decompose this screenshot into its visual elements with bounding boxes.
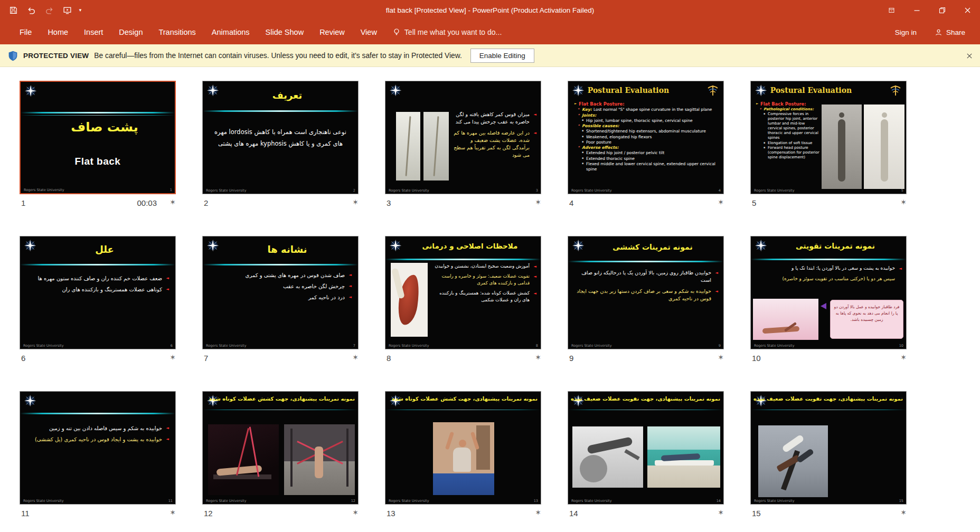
bullet: در این عارضه فاصله بین مهره ها کم شده، ع… xyxy=(453,129,536,159)
qat-customize-caret-icon[interactable]: ▾ xyxy=(76,7,84,13)
frame-shape xyxy=(346,429,348,487)
slide-cell-9: نمونه تمرینات کششی خوابیدن طاقباز روی زم… xyxy=(568,236,724,366)
starburst-icon xyxy=(24,84,40,100)
figure-standing xyxy=(315,446,323,478)
animation-star-icon[interactable] xyxy=(169,198,176,206)
teal-divider xyxy=(385,410,541,410)
share-person-icon xyxy=(935,28,943,36)
slide-thumbnail-13[interactable]: نمونه تمرینات پیشنهادی، جهت کشش عضلات کو… xyxy=(385,391,541,505)
animation-star-icon[interactable] xyxy=(169,508,176,517)
slide-title: نمونه تمرینات کششی xyxy=(586,243,719,251)
tell-me-box[interactable]: Tell me what you want to do... xyxy=(392,28,502,36)
animation-star-icon[interactable] xyxy=(900,508,907,517)
photo-center xyxy=(433,422,494,495)
ribbon-display-options-icon[interactable] xyxy=(879,0,904,20)
slide-thumbnail-8[interactable]: ملاحظات اصلاحی و درمانی آموزش وضعیت صحیح… xyxy=(385,236,541,349)
slide-thumbnail-2[interactable]: تعریف نوعی ناهنجاری است همراه با کاهش lo… xyxy=(202,81,359,194)
bullet-list: ضعف عضلات خم کننده ران و صاف کننده ستون … xyxy=(26,274,169,297)
close-icon[interactable] xyxy=(955,0,980,20)
share-button[interactable]: Share xyxy=(928,28,972,36)
tab-file[interactable]: File xyxy=(12,20,40,44)
animation-star-icon[interactable] xyxy=(352,353,359,362)
redo-icon[interactable] xyxy=(40,0,58,20)
animation-star-icon[interactable] xyxy=(718,198,724,206)
tab-design[interactable]: Design xyxy=(111,20,150,44)
minimize-icon[interactable] xyxy=(904,0,929,20)
slide-caption: 1 00:03 xyxy=(20,194,176,211)
save-icon[interactable] xyxy=(4,0,22,20)
tab-transitions[interactable]: Transitions xyxy=(150,20,203,44)
teal-divider xyxy=(568,261,723,262)
bullet: درد در ناحیه کمر xyxy=(209,293,352,301)
bullet: صاف شدن قوس در مهره های پشتی و کمری xyxy=(209,271,352,279)
body-label: Adverse effects: xyxy=(574,145,721,150)
animation-star-icon[interactable] xyxy=(169,353,176,362)
tab-animations[interactable]: Animations xyxy=(204,20,258,44)
animation-star-icon[interactable] xyxy=(352,198,359,206)
slide-cell-13: نمونه تمرینات پیشنهادی، جهت کشش عضلات کو… xyxy=(385,391,541,521)
enable-editing-button[interactable]: Enable Editing xyxy=(470,49,534,63)
bullet-list: خوابیده به شکم و سپس فاصله دادن بین تنه … xyxy=(26,424,169,446)
slide-thumbnail-11[interactable]: خوابیده به شکم و سپس فاصله دادن بین تنه … xyxy=(20,391,176,505)
slide-thumbnail-7[interactable]: نشانه ها صاف شدن قوس در مهره های پشتی و … xyxy=(202,236,359,349)
dismiss-bar-close-icon[interactable] xyxy=(966,44,973,67)
slide-subtitle: Flat back xyxy=(21,156,175,167)
slide-title: Postural Evaluation xyxy=(765,86,858,94)
animation-star-icon[interactable] xyxy=(718,508,724,517)
animation-star-icon[interactable] xyxy=(535,198,541,206)
slide-thumbnail-12[interactable]: نمونه تمرینات پیشنهادی، جهت کشش عضلات کو… xyxy=(202,391,359,505)
tab-view[interactable]: View xyxy=(353,20,385,44)
footer-page-number: 9 xyxy=(719,344,721,348)
slide-footer: Rogers State University 11 xyxy=(23,499,173,503)
slide-index-label: 12 xyxy=(204,509,213,518)
tab-review[interactable]: Review xyxy=(312,20,353,44)
bullet: خوابیده به شکم و سعی بر صاف کردن دستها ز… xyxy=(573,288,718,303)
slide-index-label: 2 xyxy=(204,198,208,207)
restore-icon[interactable] xyxy=(929,0,955,20)
teal-divider xyxy=(568,410,723,410)
undo-icon[interactable] xyxy=(22,0,40,20)
slide-thumbnail-6[interactable]: علل ضعف عضلات خم کننده ران و صاف کننده س… xyxy=(20,236,176,349)
bullet: تقویت عضلات ضعیف: سوئز و خاصره و راست قد… xyxy=(431,273,536,287)
slide-thumbnail-14[interactable]: نمونه تمرینات پیشنهادی، جهت تقویت عضلات … xyxy=(568,391,724,505)
slide-thumbnail-3[interactable]: میزان قوس کمر کاهش یافته و لگن خاصره به … xyxy=(385,81,541,194)
slide-thumbnail-5[interactable]: Postural Evaluation Flat Back Posture: P… xyxy=(750,81,907,194)
tab-slide-show[interactable]: Slide Show xyxy=(258,20,312,44)
slide-footer: Rogers State University 8 xyxy=(389,344,538,348)
slide-thumbnail-10[interactable]: نمونه تمرینات تقویتی خوابیده به پشت و سع… xyxy=(750,236,907,349)
animation-star-icon[interactable] xyxy=(352,508,359,517)
slide-thumbnail-1[interactable]: پشت صاف Flat back Rogers State Universit… xyxy=(20,81,176,194)
slide-thumbnail-4[interactable]: Postural Evaluation Flat Back Posture: K… xyxy=(568,81,724,194)
footer-text: Rogers State University xyxy=(571,344,612,348)
body-item: Forward head posture (compensation for p… xyxy=(756,146,819,160)
tab-insert[interactable]: Insert xyxy=(76,20,111,44)
sign-in-link[interactable]: Sign in xyxy=(887,28,925,36)
slide-footer: Rogers State University 13 xyxy=(389,499,538,503)
animation-star-icon[interactable] xyxy=(718,353,724,362)
tab-home[interactable]: Home xyxy=(40,20,76,44)
bullet: میزان قوس کمر کاهش یافته و لگن خاصره به … xyxy=(453,111,536,126)
animation-star-icon[interactable] xyxy=(900,198,907,206)
slide-body: نوعی ناهنجاری است همراه با کاهش lordosis… xyxy=(210,127,351,150)
photo-right xyxy=(284,424,355,495)
slide-thumbnail-15[interactable]: نمونه تمرینات پیشنهادی، جهت تقویت عضلات … xyxy=(750,391,907,505)
slide-thumbnail-9[interactable]: نمونه تمرینات کششی خوابیدن طاقباز روی زم… xyxy=(568,236,724,349)
animation-star-icon[interactable] xyxy=(900,353,907,362)
body-item: Weakened, elongated hip flexors xyxy=(574,135,721,140)
protected-view-bar: PROTECTED VIEW Be careful—files from the… xyxy=(0,44,980,67)
slide-footer: Rogers State University 6 xyxy=(23,344,173,348)
animation-star-icon[interactable] xyxy=(535,353,541,362)
start-slideshow-icon[interactable] xyxy=(58,0,76,20)
footer-page-number: 12 xyxy=(351,499,355,503)
slide-footer: Rogers State University 3 xyxy=(389,188,538,193)
animation-star-icon[interactable] xyxy=(535,508,541,517)
slide-index-label: 1 xyxy=(21,198,25,207)
slide-caption: 5 xyxy=(750,194,907,211)
starburst-icon xyxy=(571,239,587,254)
posture-photo xyxy=(822,104,862,189)
footer-text: Rogers State University xyxy=(389,188,429,193)
slide-footer: Rogers State University 2 xyxy=(206,188,355,193)
footer-page-number: 2 xyxy=(353,188,355,193)
slide-index-label: 4 xyxy=(569,198,573,207)
figure-head xyxy=(459,440,466,447)
